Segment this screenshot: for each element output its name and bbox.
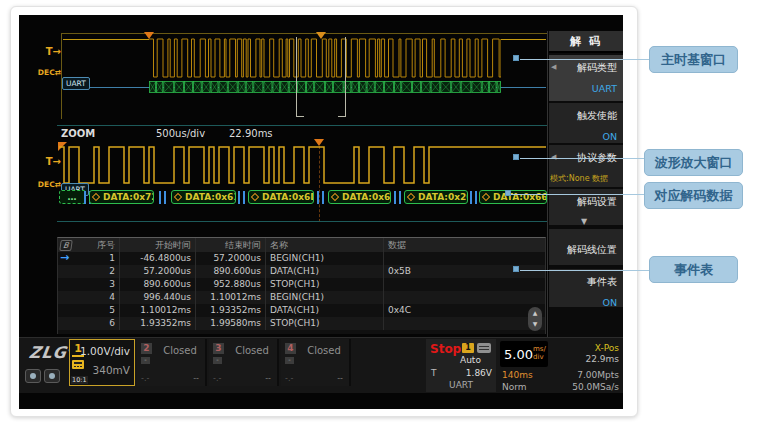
submenu-arrow-icon: ◀ <box>551 153 556 161</box>
trigger-level-marker: T→ <box>41 46 61 57</box>
callout-zoom-window: 波形放大窗口 <box>644 149 743 176</box>
channel-2-status: Closed <box>159 345 201 356</box>
decode-segment: DATA:0x6D <box>248 190 314 204</box>
frame-separator-icon <box>399 191 401 204</box>
touch-gesture-icon[interactable] <box>25 369 41 383</box>
probe-ratio: 10:1 <box>71 376 88 384</box>
decode-segment: DATA:0x20 <box>404 190 468 204</box>
table-row[interactable]: 5 1.10012ms 1.93352ms DATA(CH1) 0x4C <box>58 304 545 317</box>
idle-trace-pre <box>63 39 149 40</box>
channel-4-sub: -.- <box>285 374 293 383</box>
trigger-position-icon[interactable] <box>144 32 154 39</box>
channel-4-box[interactable]: 4 - Closed -.- -- <box>281 339 351 386</box>
frame-start-icon <box>251 193 259 201</box>
callout-line <box>520 158 645 159</box>
decode-line-marker: DEC⇄ <box>31 68 61 77</box>
callout-dot <box>513 55 519 61</box>
decode-line-marker-zoom: DEC⇄ <box>31 180 61 189</box>
decode-segment-label: DATA:0x6D <box>262 192 314 202</box>
channel-2-box[interactable]: 2 - Closed -.- -- <box>137 339 207 386</box>
table-row[interactable]: 6 1.93352ms 1.99580ms STOP(CH1) <box>58 317 545 330</box>
channel-2-coupling: - <box>141 357 150 364</box>
frame-separator-icon <box>317 191 319 204</box>
frame-start-icon <box>331 193 339 201</box>
table-row[interactable]: → 1 -46.4800us 57.2000us BEGIN(CH1) <box>58 252 545 265</box>
frame-separator-icon <box>475 191 477 204</box>
decode-segment: DATA:0x61 <box>171 190 236 204</box>
callout-dot <box>513 266 519 272</box>
zoom-center-icon <box>316 32 326 39</box>
channel-4-value: -- <box>337 374 343 383</box>
col-header-start[interactable]: 开始时间 <box>120 238 196 252</box>
current-row-arrow-icon: → <box>60 252 69 264</box>
scroll-down-icon[interactable]: ▼ <box>533 320 538 327</box>
timebase-unit: ms/ div <box>533 346 546 361</box>
bus-icon: B <box>59 240 72 251</box>
decode-segment: DATA:0x65 <box>328 190 391 204</box>
frame-start-icon <box>174 193 182 201</box>
callout-line <box>520 270 650 271</box>
dc-coupling-icon <box>72 360 84 369</box>
decode-data-lane: …DATA:0x72DATA:0x61DATA:0x6DDATA:0x65DAT… <box>57 189 547 206</box>
table-scroll-control[interactable]: ▲ ▼ <box>528 307 542 331</box>
menu-item-decode-type[interactable]: ◀ 解码类型 UART <box>549 55 623 101</box>
timebase-status-block: 5.00 ms/ div X-Pos 22.9ms 140ms 7.00Mpts… <box>498 339 623 392</box>
menu-item-event-table[interactable]: 事件表 ON <box>549 269 623 307</box>
trigger-label: T <box>431 368 437 378</box>
trigger-mode: Auto <box>460 355 481 365</box>
channel-1-scale: 1.00V/div <box>80 345 130 357</box>
col-header-index[interactable]: 序号 <box>80 238 120 252</box>
callout-decode-data: 对应解码数据 <box>644 182 743 209</box>
callout-dot <box>505 190 511 196</box>
timebase-value: 5.00 <box>504 347 533 362</box>
callout-main-timebase: 主时基窗口 <box>649 46 738 73</box>
channel-2-sub: -.- <box>141 374 149 383</box>
channel-3-badge: 3 <box>213 343 224 354</box>
touch-icons <box>25 369 60 383</box>
decode-menu-panel: 解 码 ◀ 解码类型 UART 触发使能 ON ◀ 协议参数 模式:None 数… <box>549 31 623 337</box>
col-header-name[interactable]: 名称 <box>266 238 384 252</box>
channel-4-status: Closed <box>303 345 345 356</box>
table-row[interactable]: 3 890.600us 952.880us STOP(CH1) <box>58 278 545 291</box>
channel-2-badge: 2 <box>141 343 152 354</box>
callout-line <box>520 59 650 60</box>
col-header-end[interactable]: 结束时间 <box>196 238 266 252</box>
uart-zoom-waveform <box>59 144 546 188</box>
menu-item-trigger-enable[interactable]: 触发使能 ON <box>549 103 623 143</box>
callout-dot <box>513 154 519 160</box>
scroll-up-icon[interactable]: ▲ <box>533 309 538 316</box>
frame-separator-icon <box>243 191 245 204</box>
frame-separator-icon <box>164 191 166 204</box>
trigger-status-block[interactable]: Stop 1 Auto T 1.86V UART <box>426 339 496 392</box>
menu-title: 解 码 <box>549 31 623 53</box>
acquire-mode: Norm <box>502 382 527 392</box>
zoom-position[interactable]: 22.90ms <box>229 128 273 139</box>
channel-3-box[interactable]: 3 - Closed -.- -- <box>209 339 279 386</box>
submenu-arrow-icon: ◀ <box>551 63 556 71</box>
frame-start-icon <box>92 193 100 201</box>
trigger-level-marker-zoom: T→ <box>41 156 61 167</box>
menu-item-protocol-params[interactable]: ◀ 协议参数 模式:None 数据 <box>549 145 623 187</box>
zoom-region-bracket[interactable] <box>296 37 346 117</box>
channel-3-status: Closed <box>231 345 273 356</box>
xpos-value: 22.9ms <box>586 354 620 364</box>
decode-segment-label: DATA:0x65 <box>342 192 391 202</box>
trigger-level: 1.86V <box>466 368 492 378</box>
col-header-data[interactable]: 数据 <box>384 238 545 252</box>
table-row[interactable]: 2 57.2000us 890.600us DATA(CH1) 0x5B <box>58 265 545 278</box>
frame-start-icon <box>407 193 415 201</box>
oscilloscope-screen: T→ DEC⇄ UART ZOOM 500us/div 22.90ms T→ D… <box>19 15 623 409</box>
table-row[interactable]: 4 996.440us 1.10012ms BEGIN(CH1) <box>58 291 545 304</box>
channel-1-box[interactable]: 1 10:1 1.00V/div 340mV <box>69 339 135 386</box>
idle-trace-post <box>501 39 546 40</box>
menu-item-decode-line-position[interactable]: 解码线位置 <box>549 229 623 265</box>
channel-2-value: -- <box>193 374 199 383</box>
zoom-scale[interactable]: 500us/div <box>156 128 205 139</box>
decode-segment-label: … <box>68 192 78 202</box>
channel-4-badge: 4 <box>285 343 296 354</box>
run-state[interactable]: Stop <box>430 342 461 356</box>
touch-lock-icon[interactable] <box>44 369 60 383</box>
uart-bus-tag-main: UART <box>62 77 90 90</box>
timebase-box[interactable]: 5.00 ms/ div <box>500 341 548 367</box>
channel-3-value: -- <box>265 374 271 383</box>
